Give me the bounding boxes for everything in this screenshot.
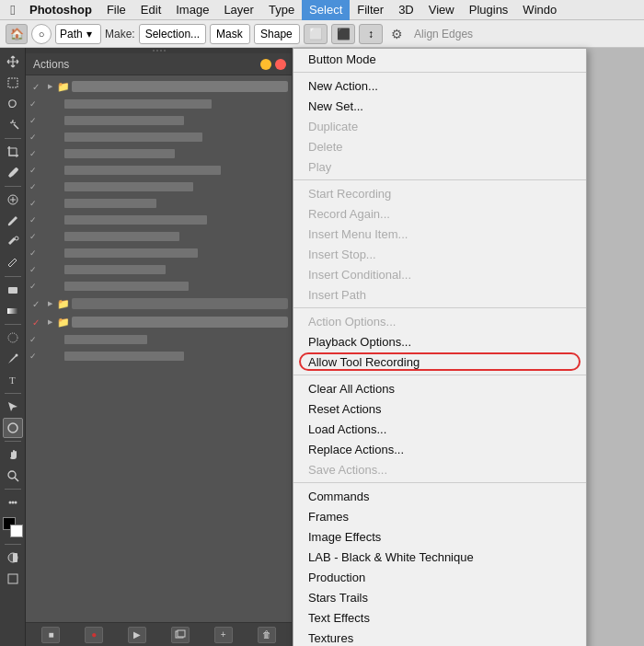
eyedropper-tool[interactable]: [3, 163, 23, 183]
gradient-tool[interactable]: [3, 301, 23, 321]
mask-button[interactable]: Mask: [210, 24, 250, 44]
menu-insert-menu-item[interactable]: Insert Menu Item...: [293, 224, 586, 244]
action-item-6[interactable]: ✓: [28, 179, 290, 195]
menubar-3d[interactable]: 3D: [391, 0, 421, 20]
menu-frames[interactable]: Frames: [293, 506, 586, 526]
action-item-3[interactable]: ✓: [28, 129, 290, 145]
pen-tool[interactable]: [3, 349, 23, 369]
action-item-2[interactable]: ✓: [28, 112, 290, 129]
menu-insert-conditional[interactable]: Insert Conditional...: [293, 264, 586, 284]
shape-ellipse-option[interactable]: ○: [31, 24, 52, 44]
menubar-file[interactable]: File: [99, 0, 133, 20]
action-expand-1[interactable]: ▶: [44, 81, 55, 92]
action-expand-3[interactable]: ▶: [44, 317, 55, 328]
stop-recording-button[interactable]: ■: [41, 627, 60, 643]
menu-allow-tool-recording[interactable]: Allow Tool Recording: [293, 352, 586, 372]
play-action-button[interactable]: ▶: [128, 627, 146, 643]
path-arrange-button[interactable]: ↕: [359, 24, 383, 44]
menu-new-set[interactable]: New Set...: [293, 96, 586, 116]
path-selection-tool[interactable]: [3, 397, 23, 417]
path-ops-button[interactable]: ⬜: [304, 24, 328, 44]
action-item-5[interactable]: ✓: [28, 162, 290, 179]
action-item-extra-2[interactable]: ✓: [28, 348, 290, 364]
record-button[interactable]: ●: [85, 627, 103, 643]
new-action-button[interactable]: +: [214, 627, 233, 643]
eraser-tool[interactable]: [3, 280, 23, 300]
menubar-filter[interactable]: Filter: [350, 0, 391, 20]
menu-playback-options[interactable]: Playback Options...: [293, 331, 586, 352]
path-align-button[interactable]: ⬛: [331, 24, 355, 44]
action-item-extra-1[interactable]: ✓: [28, 331, 290, 348]
menu-text-effects[interactable]: Text Effects: [293, 607, 586, 628]
action-item-10[interactable]: ✓: [28, 245, 290, 261]
path-dropdown[interactable]: Path ▾: [55, 24, 101, 44]
healing-tool[interactable]: [3, 190, 23, 210]
zoom-tool[interactable]: [3, 466, 23, 486]
menubar-window[interactable]: Windo: [515, 0, 564, 20]
action-item-1[interactable]: ✓: [28, 96, 290, 112]
clone-stamp-tool[interactable]: [3, 232, 23, 252]
quick-mask-button[interactable]: [3, 548, 23, 568]
menubar-layer[interactable]: Layer: [216, 0, 261, 20]
menu-replace-actions[interactable]: Replace Actions...: [293, 439, 586, 459]
menu-duplicate[interactable]: Duplicate: [293, 116, 586, 136]
crop-tool[interactable]: [3, 142, 23, 162]
lasso-tool[interactable]: [3, 94, 23, 114]
magic-wand-tool[interactable]: [3, 115, 23, 135]
selection-button[interactable]: Selection...: [139, 24, 206, 44]
menubar-image[interactable]: Image: [168, 0, 216, 20]
menubar-plugins[interactable]: Plugins: [462, 0, 516, 20]
menu-load-actions[interactable]: Load Actions...: [293, 419, 586, 439]
color-swatches[interactable]: [3, 517, 23, 537]
action-expand-2[interactable]: ▶: [44, 298, 55, 309]
screen-mode-button[interactable]: [3, 569, 23, 589]
menu-start-recording[interactable]: Start Recording: [293, 183, 586, 203]
action-item-12[interactable]: ✓: [28, 278, 290, 294]
menu-insert-stop[interactable]: Insert Stop...: [293, 244, 586, 264]
hand-tool[interactable]: [3, 444, 23, 465]
menu-new-action[interactable]: New Action...: [293, 75, 586, 96]
extra-tools-button[interactable]: [3, 492, 23, 513]
panel-close-button[interactable]: [275, 59, 286, 70]
options-gear-icon[interactable]: ⚙: [386, 24, 407, 44]
menu-commands[interactable]: Commands: [293, 486, 586, 506]
apple-menu[interactable]: : [4, 0, 22, 20]
move-tool[interactable]: [3, 52, 23, 72]
action-set-row-2[interactable]: ✓ ▶ 📁: [28, 294, 290, 313]
menu-clear-all-actions[interactable]: Clear All Actions: [293, 378, 586, 398]
action-item-4[interactable]: ✓: [28, 145, 290, 162]
history-brush-tool[interactable]: [3, 253, 23, 273]
menu-image-effects[interactable]: Image Effects: [293, 526, 586, 547]
blur-tool[interactable]: [3, 328, 23, 348]
action-set-row[interactable]: ✓ ▶ 📁: [28, 77, 290, 96]
marquee-tool[interactable]: [3, 73, 23, 93]
home-button[interactable]: 🏠: [6, 24, 28, 44]
panel-minimize-button[interactable]: [260, 59, 271, 70]
menu-play[interactable]: Play: [293, 156, 586, 177]
menubar-view[interactable]: View: [421, 0, 462, 20]
menubar-select[interactable]: Select: [302, 0, 350, 20]
new-set-button[interactable]: [171, 627, 190, 643]
menu-textures[interactable]: Textures: [293, 628, 586, 646]
brush-tool[interactable]: [3, 211, 23, 231]
menu-production[interactable]: Production: [293, 567, 586, 587]
action-item-9[interactable]: ✓: [28, 228, 290, 245]
background-color[interactable]: [10, 525, 23, 537]
menu-delete[interactable]: Delete: [293, 136, 586, 156]
menu-stars-trails[interactable]: Stars Trails: [293, 587, 586, 607]
menu-insert-path[interactable]: Insert Path: [293, 284, 586, 305]
action-item-7[interactable]: ✓: [28, 195, 290, 212]
type-tool[interactable]: T: [3, 370, 23, 390]
menubar-type[interactable]: Type: [261, 0, 302, 20]
action-set-row-3[interactable]: ✓ ▶ 📁: [28, 313, 290, 331]
shape-button[interactable]: Shape: [254, 24, 300, 44]
menu-reset-actions[interactable]: Reset Actions: [293, 398, 586, 419]
menu-action-options[interactable]: Action Options...: [293, 311, 586, 331]
action-item-11[interactable]: ✓: [28, 261, 290, 278]
menubar-edit[interactable]: Edit: [133, 0, 168, 20]
action-item-8[interactable]: ✓: [28, 212, 290, 228]
menubar-photoshop[interactable]: Photoshop: [22, 0, 99, 20]
menu-lab-black-white[interactable]: LAB - Black & White Technique: [293, 547, 586, 567]
menu-save-actions[interactable]: Save Actions...: [293, 459, 586, 479]
shape-tool[interactable]: [3, 418, 23, 438]
